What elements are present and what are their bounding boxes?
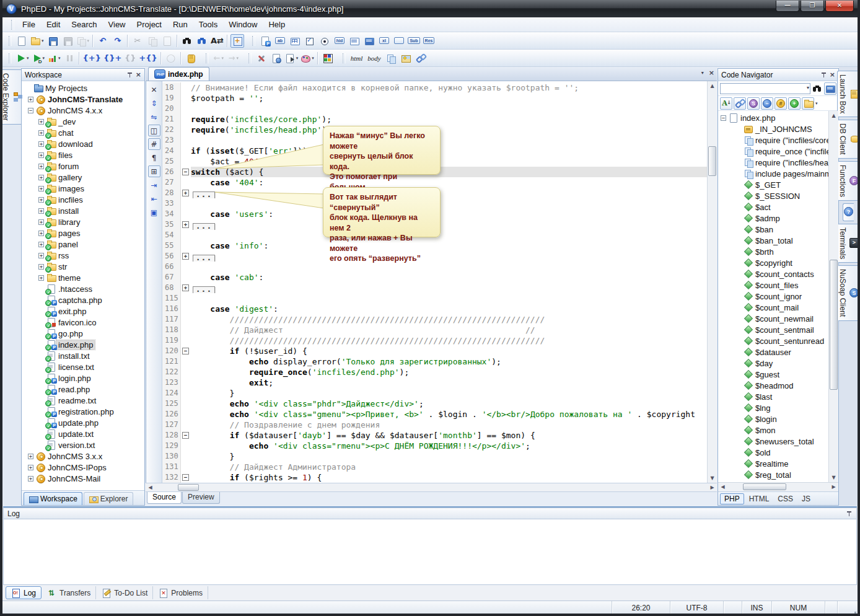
tree-item--login[interactable]: $login	[718, 413, 838, 425]
expand-icon[interactable]: +	[38, 275, 44, 281]
copy-markup-icon[interactable]	[384, 51, 398, 65]
sidebar-tab-launch-box[interactable]: Launch Box	[837, 71, 860, 117]
fold-expand-icon[interactable]: +	[182, 190, 189, 196]
code-line[interactable]: 27 case '404':	[162, 177, 707, 188]
expand-icon[interactable]: +	[38, 253, 44, 258]
code-line[interactable]: 115	[162, 293, 707, 304]
tree-item-favicon.ico[interactable]: favicon.ico	[22, 317, 144, 328]
tree-item-JohnCMS-3.x.x[interactable]: +JohnCMS 3.x.x	[22, 451, 144, 462]
code-line[interactable]: 66	[162, 262, 707, 272]
tree-item-readme.txt[interactable]: readme.txt	[22, 395, 144, 406]
sidebar-help-icon[interactable]: ?	[843, 203, 854, 221]
menu-file[interactable]: File	[17, 18, 41, 31]
navigate-back-icon[interactable]: ←▾	[212, 51, 226, 65]
tree-item-_IN_JOHNCMS[interactable]: _IN_JOHNCMS	[718, 123, 838, 134]
code-line[interactable]: 116 case 'digest':	[162, 304, 707, 314]
tree-item--count_contacts[interactable]: $count_contacts	[718, 268, 838, 279]
navigator-filter-input[interactable]	[720, 83, 810, 94]
undo-icon[interactable]: ↶	[96, 34, 110, 48]
tree-item--count_newmail[interactable]: $count_newmail	[718, 313, 838, 324]
insert-box-icon[interactable]	[392, 34, 406, 48]
deploy-icon[interactable]: ▾	[284, 51, 299, 65]
code-line[interactable]: 117 ////////////////////////////////////…	[162, 314, 707, 325]
editor-horizontal-scrollbar[interactable]: ◀ ▶	[146, 483, 717, 492]
tab-problems[interactable]: Problems	[154, 586, 208, 599]
tree-item-exit.php[interactable]: exit.php	[22, 306, 144, 317]
tree-item--mon[interactable]: $mon	[718, 425, 838, 436]
insert-checkbox-icon[interactable]	[303, 34, 317, 48]
scroll-down-icon[interactable]: ▼	[829, 473, 838, 482]
insert-textfield-icon[interactable]: ab	[273, 34, 287, 48]
indent-icon[interactable]: ⇥	[148, 179, 160, 191]
navigator-vertical-scrollbar[interactable]: ▲ ▼	[828, 111, 838, 482]
collapsed-code-box[interactable]: ...	[193, 255, 215, 262]
tree-item--day[interactable]: $day	[718, 358, 838, 369]
show-strings-icon[interactable]: S	[747, 97, 760, 110]
tree-item--brth[interactable]: $brth	[718, 246, 838, 257]
tree-item--datauser[interactable]: $datauser	[718, 346, 838, 358]
tab-html[interactable]: HTML	[745, 494, 773, 504]
expand-icon[interactable]: +	[38, 219, 44, 225]
tree-item-registration.php[interactable]: registration.php	[22, 406, 144, 417]
code-line[interactable]: 56+...	[162, 251, 707, 262]
tree-item-files[interactable]: +files	[22, 149, 144, 161]
tree-item-My-Projects[interactable]: My Projects	[22, 82, 144, 94]
menu-view[interactable]: View	[103, 18, 131, 31]
step-into-icon[interactable]: {+}	[82, 51, 102, 65]
pin-icon[interactable]	[822, 72, 827, 77]
new-file-icon[interactable]	[15, 34, 29, 48]
code-line[interactable]: 122 require_once('incfiles/end.php');	[162, 367, 707, 377]
insert-radio-icon[interactable]	[318, 34, 331, 48]
save-all-icon[interactable]	[61, 34, 74, 48]
tree-item-go.php[interactable]: go.php	[22, 328, 144, 339]
show-defines-icon[interactable]: #	[774, 97, 787, 110]
collapse-icon[interactable]: −	[28, 108, 33, 113]
tree-item-read.php[interactable]: read.php	[22, 384, 144, 395]
close-icon[interactable]: ×	[136, 71, 141, 78]
tree-item-download[interactable]: +download	[22, 138, 144, 149]
menu-window[interactable]: Window	[223, 18, 263, 31]
split-view-icon[interactable]: ⇕	[148, 97, 160, 109]
tree-item--guest[interactable]: $guest	[718, 369, 838, 380]
expand-icon[interactable]: +	[38, 119, 44, 125]
body-tag-button[interactable]: body	[366, 51, 382, 65]
tab-list-icon[interactable]: ▾	[701, 70, 704, 76]
word-wrap-icon[interactable]: ⇋	[148, 111, 160, 123]
tree-item-require-incfiles-core.php[interactable]: require ("incfiles/core.php	[718, 134, 838, 146]
tab-transfers[interactable]: Transfers	[42, 586, 96, 599]
scroll-left-icon[interactable]: ◀	[718, 483, 727, 491]
close-editor-icon[interactable]: ✕	[148, 84, 160, 95]
tab-js[interactable]: JS	[798, 494, 814, 504]
tree-item-update.txt[interactable]: update.txt	[22, 428, 144, 439]
tab-source[interactable]: Source	[147, 492, 182, 504]
tree-item-install[interactable]: +install	[22, 205, 144, 216]
collapse-icon[interactable]: −	[721, 115, 726, 121]
code-line[interactable]: 21require('incfiles/core.php');	[162, 114, 707, 125]
menu-run[interactable]: Run	[167, 18, 193, 31]
tab-css[interactable]: CSS	[774, 494, 797, 504]
chevron-down-icon[interactable]: ▾	[815, 101, 818, 106]
insert-table-icon[interactable]	[288, 34, 302, 48]
collapsed-code-box[interactable]: ...	[193, 191, 215, 198]
tree-item-JohnCMS-IPops[interactable]: +JohnCMS-IPops	[22, 462, 144, 473]
tree-item--count_sentmail[interactable]: $count_sentmail	[718, 324, 838, 335]
tree-item--act[interactable]: $act	[718, 201, 838, 213]
tree-item--headmod[interactable]: $headmod	[718, 380, 838, 391]
redo-icon[interactable]: ↷	[111, 34, 125, 48]
tab-php[interactable]: PHP	[720, 493, 744, 504]
outdent-icon[interactable]: ⇤	[148, 193, 160, 205]
fold-collapse-icon[interactable]: −	[182, 432, 189, 439]
html-tag-button[interactable]: html	[349, 51, 365, 65]
find-in-files-icon[interactable]	[195, 34, 209, 48]
step-out-icon[interactable]: {}	[123, 51, 137, 65]
appearance-icon[interactable]: ▾	[300, 51, 315, 65]
expand-icon[interactable]: +	[38, 130, 44, 136]
collapsed-code-box[interactable]: ...	[193, 286, 215, 293]
restore-button[interactable]: ❐	[801, 1, 824, 12]
insert-image-icon[interactable]	[399, 51, 413, 65]
save-icon[interactable]	[46, 34, 59, 48]
scrollbar-thumb[interactable]	[830, 260, 838, 390]
expand-icon[interactable]: +	[38, 197, 44, 203]
fold-expand-icon[interactable]: +	[182, 253, 189, 260]
paste-icon[interactable]	[160, 34, 174, 48]
